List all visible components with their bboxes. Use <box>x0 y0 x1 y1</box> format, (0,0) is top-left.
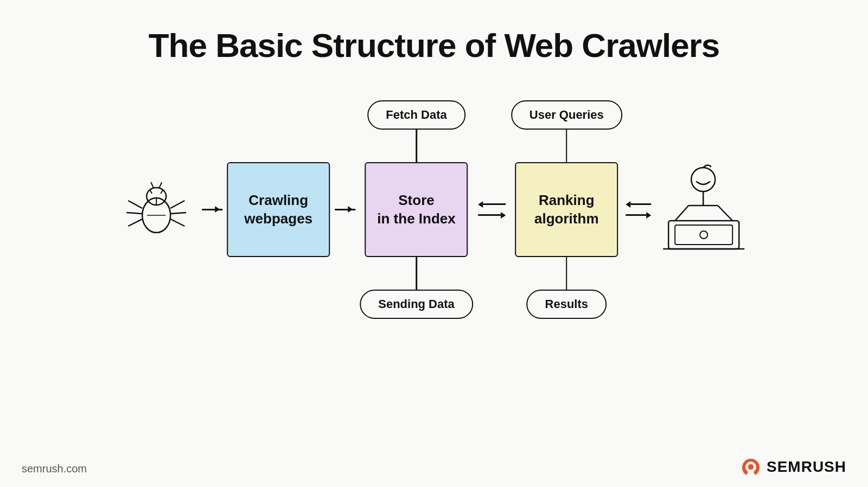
results-pill: Results <box>527 290 607 319</box>
page-title: The Basic Structure of Web Crawlers <box>0 0 868 65</box>
svg-line-8 <box>150 190 152 194</box>
person-laptop-icon <box>655 162 752 257</box>
ranking-column: User Queries Ranking algorithm Results <box>511 100 622 319</box>
spider-icon <box>116 175 197 245</box>
svg-line-7 <box>170 219 184 226</box>
fetch-data-pill: Fetch Data <box>367 100 465 130</box>
double-arrows-store-ranking <box>473 201 511 219</box>
svg-line-6 <box>170 213 186 214</box>
store-column: Fetch Data Store in the Index Sending Da… <box>360 100 473 319</box>
svg-line-10 <box>151 182 154 188</box>
diagram-container: Crawling webpages Fetch Data Store in th… <box>116 100 752 319</box>
ranking-algorithm-box: Ranking algorithm <box>515 162 618 257</box>
semrush-icon <box>741 457 761 477</box>
user-queries-pill: User Queries <box>511 100 622 130</box>
svg-point-14 <box>691 168 715 191</box>
svg-rect-16 <box>675 225 732 245</box>
svg-line-9 <box>161 190 163 194</box>
crawling-webpages-box: Crawling webpages <box>227 162 330 257</box>
svg-line-4 <box>128 219 142 226</box>
svg-line-3 <box>126 213 142 214</box>
arrow-crawling-to-store <box>330 209 360 210</box>
watermark-left: semrush.com <box>22 463 87 475</box>
svg-line-2 <box>128 201 142 208</box>
watermark-right: SEMRUSH <box>741 457 846 477</box>
double-arrows-ranking-person <box>622 201 655 219</box>
semrush-text: SEMRUSH <box>767 458 846 476</box>
sending-data-pill: Sending Data <box>360 290 473 319</box>
svg-point-22 <box>700 231 707 239</box>
svg-line-11 <box>159 182 162 188</box>
arrow-spider-to-crawling <box>197 209 227 210</box>
svg-line-5 <box>170 201 184 208</box>
store-index-box: Store in the Index <box>365 162 468 257</box>
svg-line-19 <box>718 206 732 221</box>
svg-line-18 <box>675 206 688 221</box>
